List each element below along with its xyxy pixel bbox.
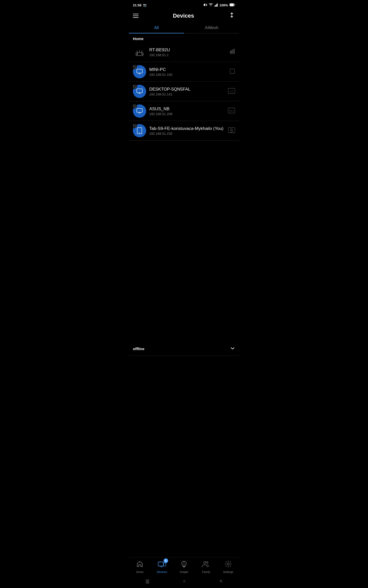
device-ip: 192.168.51.1	[149, 53, 227, 57]
device-ip: 192.168.51.141	[149, 92, 226, 96]
system-nav: ||| ○ <	[129, 575, 239, 588]
device-ip: 192.168.51.230	[149, 132, 226, 136]
page-title: Devices	[173, 13, 194, 19]
nav-home[interactable]: Home	[129, 559, 151, 574]
wifi-icon	[209, 3, 213, 7]
top-bar: Devices	[129, 9, 239, 22]
svg-rect-19	[137, 69, 142, 73]
section-home-header: Home	[129, 33, 239, 42]
blocked-badge	[132, 65, 137, 69]
device-info: DESKTOP-5QN5FAL 192.168.51.141	[149, 87, 226, 96]
device-icon-wrapper	[133, 124, 146, 137]
device-icon-wrapper	[133, 45, 146, 59]
mute-icon	[203, 3, 207, 7]
menu-button[interactable]	[133, 14, 139, 18]
device-info: MINI-PC 192.168.51.100	[149, 67, 227, 77]
family-icon	[202, 560, 210, 569]
svg-text:MLO: MLO	[229, 110, 234, 112]
svg-rect-2	[214, 6, 215, 7]
device-ip: 192.168.51.100	[149, 73, 227, 77]
nav-insight-label: Insight	[180, 570, 188, 573]
nav-devices[interactable]: 5 Devices	[151, 559, 173, 574]
svg-point-40	[139, 132, 140, 133]
device-signal-icon: MLO	[228, 108, 235, 115]
svg-text:2.4: 2.4	[230, 90, 233, 92]
device-list: RT-BE92U 192.168.51.1	[129, 42, 239, 342]
svg-point-13	[142, 54, 143, 55]
device-item[interactable]: MINI-PC 192.168.51.100	[129, 62, 239, 82]
tab-aimesh[interactable]: AiMesh	[184, 22, 239, 33]
svg-line-10	[137, 51, 137, 53]
nav-devices-label: Devices	[157, 570, 167, 573]
device-icon-wrapper	[133, 65, 146, 78]
device-item[interactable]: ASUS_NB 192.168.51.208 MLO	[129, 101, 239, 121]
svg-point-54	[206, 562, 208, 563]
blocked-badge	[132, 84, 137, 89]
svg-rect-15	[230, 51, 231, 54]
svg-rect-46	[164, 563, 166, 566]
svg-rect-4	[216, 4, 217, 7]
svg-point-55	[227, 563, 229, 565]
settings-icon	[225, 560, 232, 569]
svg-rect-25	[137, 89, 142, 93]
device-icon-wrapper	[133, 85, 146, 98]
svg-rect-16	[231, 50, 232, 54]
chevron-down-icon	[230, 346, 235, 352]
svg-line-29	[134, 85, 136, 88]
insight-icon	[181, 560, 187, 569]
tab-all[interactable]: All	[129, 22, 184, 33]
recent-apps-button[interactable]: |||	[140, 578, 155, 585]
camera-icon: 📷	[143, 3, 147, 7]
back-button[interactable]: <	[213, 578, 228, 585]
svg-rect-7	[230, 4, 234, 6]
nav-settings[interactable]: Settings	[217, 559, 239, 574]
svg-rect-3	[215, 5, 216, 7]
home-icon	[136, 560, 143, 569]
battery-text: 100%	[220, 3, 228, 7]
device-signal-icon	[229, 68, 235, 75]
device-name: DESKTOP-5QN5FAL	[149, 87, 226, 92]
nav-home-label: Home	[136, 570, 144, 573]
svg-line-12	[142, 51, 142, 53]
devices-badge: 5	[164, 558, 168, 563]
device-item[interactable]: Tab-S9-FE-koristuvaca-Mykhailo (You) 192…	[129, 121, 239, 141]
device-item[interactable]: DESKTOP-5QN5FAL 192.168.51.141 2.4	[129, 82, 239, 101]
device-ip: 192.168.51.208	[149, 112, 226, 116]
svg-line-36	[134, 105, 136, 107]
svg-rect-44	[231, 130, 232, 132]
blocked-badge	[132, 124, 137, 128]
svg-rect-45	[158, 562, 163, 566]
svg-rect-32	[137, 108, 142, 112]
device-name: ASUS_NB	[149, 106, 226, 112]
router-icon	[133, 45, 146, 59]
bottom-nav: Home 5 Devices Insight	[129, 557, 239, 575]
status-time: 21:58	[133, 3, 141, 7]
device-info: Tab-S9-FE-koristuvaca-Mykhailo (You) 192…	[149, 126, 226, 136]
device-signal-icon	[229, 49, 235, 56]
svg-rect-17	[233, 49, 233, 54]
nav-family[interactable]: Family	[195, 559, 217, 574]
content-spacer	[129, 356, 239, 557]
devices-icon: 5	[158, 560, 166, 569]
svg-rect-9	[137, 53, 138, 55]
battery-icon	[229, 3, 235, 7]
device-signal-icon: 2.4	[228, 88, 235, 95]
device-name: MINI-PC	[149, 67, 227, 72]
nav-insight[interactable]: Insight	[173, 559, 195, 574]
signal-icon	[214, 3, 218, 7]
svg-point-53	[204, 561, 206, 564]
svg-rect-24	[230, 69, 235, 74]
sort-button[interactable]	[228, 12, 235, 20]
svg-line-23	[134, 66, 136, 68]
offline-label: offline	[133, 347, 144, 351]
device-item[interactable]: RT-BE92U 192.168.51.1	[129, 42, 239, 62]
home-button[interactable]: ○	[177, 578, 192, 585]
blocked-badge	[132, 104, 137, 108]
device-name: RT-BE92U	[149, 47, 227, 53]
svg-rect-5	[217, 3, 218, 7]
offline-section[interactable]: offline	[129, 342, 239, 356]
device-signal-icon	[228, 127, 235, 134]
svg-rect-18	[234, 49, 235, 54]
svg-line-42	[134, 125, 136, 127]
nav-family-label: Family	[202, 570, 210, 573]
